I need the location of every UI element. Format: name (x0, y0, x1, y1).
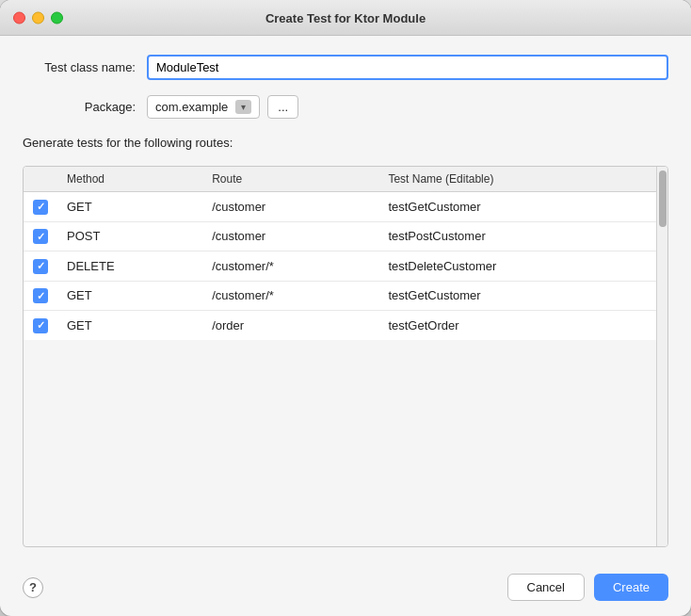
class-name-row: Test class name: (23, 55, 668, 80)
row-method: GET (57, 311, 202, 340)
row-method: POST (57, 221, 202, 251)
row-testname[interactable]: testGetOrder (378, 311, 656, 340)
row-method: GET (57, 281, 202, 311)
table-row: DELETE /customer/* testDeleteCustomer (24, 251, 656, 282)
row-route: /customer/* (202, 281, 378, 311)
row-testname[interactable]: testGetCustomer (378, 192, 656, 222)
row-checkbox-cell (24, 221, 57, 251)
help-button[interactable]: ? (23, 577, 43, 598)
create-button[interactable]: Create (594, 574, 668, 601)
row-route: /customer (202, 221, 378, 251)
table-row: GET /customer testGetCustomer (24, 192, 656, 222)
row-testname[interactable]: testGetCustomer (378, 281, 656, 311)
package-browse-button[interactable]: ... (267, 95, 298, 119)
minimize-button[interactable] (32, 11, 44, 24)
maximize-button[interactable] (51, 11, 63, 24)
col-header-checkbox (24, 167, 57, 192)
row-checkbox[interactable] (33, 288, 48, 303)
table-wrapper: Method Route Test Name (Editable) GET /c… (24, 167, 667, 546)
row-checkbox[interactable] (33, 318, 48, 333)
package-row: Package: com.example ▾ ... (23, 95, 668, 119)
dialog-footer: ? Cancel Create (0, 562, 691, 616)
row-testname[interactable]: testPostCustomer (378, 221, 656, 251)
row-route: /customer (202, 192, 378, 222)
col-header-testname: Test Name (Editable) (378, 167, 656, 192)
package-value: com.example (155, 100, 228, 114)
row-checkbox-cell (24, 251, 57, 282)
cancel-button[interactable]: Cancel (507, 574, 585, 601)
col-header-method: Method (57, 167, 202, 192)
routes-table: Method Route Test Name (Editable) GET /c… (24, 167, 656, 340)
table-row: GET /customer/* testGetCustomer (24, 281, 656, 311)
row-checkbox-cell (24, 192, 57, 222)
footer-actions: Cancel Create (507, 574, 669, 601)
row-method: DELETE (57, 251, 202, 282)
table-scroll[interactable]: Method Route Test Name (Editable) GET /c… (24, 167, 656, 546)
package-controls: com.example ▾ ... (147, 95, 298, 119)
row-method: GET (57, 192, 202, 222)
close-button[interactable] (13, 11, 25, 24)
scrollbar-thumb[interactable] (659, 170, 667, 227)
class-name-input[interactable] (147, 55, 668, 80)
row-checkbox[interactable] (33, 229, 48, 244)
traffic-lights (13, 11, 63, 24)
dialog: Create Test for Ktor Module Test class n… (0, 0, 691, 616)
col-header-route: Route (202, 167, 378, 192)
routes-table-container: Method Route Test Name (Editable) GET /c… (23, 166, 668, 547)
class-name-label: Test class name: (23, 60, 136, 74)
table-header-row: Method Route Test Name (Editable) (24, 167, 656, 192)
row-checkbox-cell (24, 281, 57, 311)
dialog-content: Test class name: Package: com.example ▾ … (0, 36, 691, 562)
scrollbar-track[interactable] (656, 167, 667, 546)
package-dropdown[interactable]: com.example ▾ (147, 95, 260, 119)
table-row: POST /customer testPostCustomer (24, 221, 656, 251)
dialog-title: Create Test for Ktor Module (265, 11, 426, 25)
row-route: /customer/* (202, 251, 378, 282)
title-bar: Create Test for Ktor Module (0, 0, 691, 36)
row-route: /order (202, 311, 378, 340)
row-testname[interactable]: testDeleteCustomer (378, 251, 656, 282)
row-checkbox-cell (24, 311, 57, 340)
row-checkbox[interactable] (33, 259, 48, 274)
dropdown-arrow-icon: ▾ (235, 100, 251, 114)
table-row: GET /order testGetOrder (24, 311, 656, 340)
routes-section-label: Generate tests for the following routes: (23, 134, 668, 151)
row-checkbox[interactable] (33, 200, 48, 215)
package-label: Package: (23, 100, 136, 114)
